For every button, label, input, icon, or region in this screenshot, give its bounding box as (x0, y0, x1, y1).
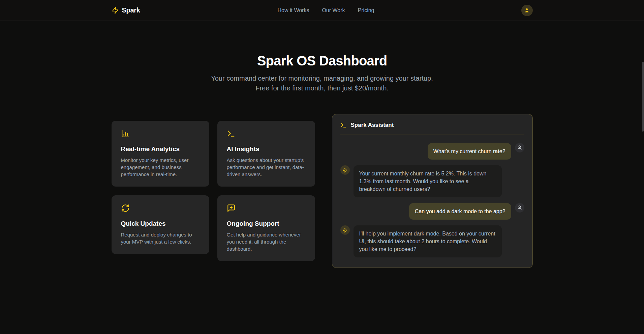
assistant-message-bubble: Your current monthly churn rate is 5.2%.… (354, 165, 502, 197)
message-square-plus-icon (227, 204, 236, 213)
brand-logo[interactable]: Spark (112, 6, 140, 14)
feature-card-ai-insights: AI Insights Ask questions about your sta… (217, 121, 315, 187)
hero-section: Spark OS Dashboard Your command center f… (0, 21, 644, 93)
user-chat-avatar (515, 143, 524, 152)
terminal-icon (227, 129, 236, 138)
assistant-title-row: Spark Assistant (340, 122, 524, 135)
chat-message-user: What's my current churn rate? (340, 143, 524, 160)
brand-name: Spark (122, 6, 140, 14)
page-subtitle: Your command center for monitoring, mana… (204, 74, 440, 93)
feature-description: Get help and guidance whenever you need … (227, 231, 306, 252)
navbar: Spark How it Works Our Work Pricing (0, 0, 644, 21)
assistant-title: Spark Assistant (351, 122, 394, 129)
chat-message-user: Can you add a dark mode to the app? (340, 203, 524, 220)
zap-icon (342, 168, 347, 173)
feature-description: Ask questions about your startup's perfo… (227, 157, 306, 178)
user-icon (517, 145, 522, 150)
user-message-bubble: Can you add a dark mode to the app? (409, 203, 511, 220)
feature-card-quick-updates: Quick Updates Request and deploy changes… (112, 195, 209, 254)
chat-messages: What's my current churn rate? Your curre… (332, 135, 532, 268)
nav-link-how-it-works[interactable]: How it Works (277, 7, 309, 13)
feature-title: Quick Updates (121, 220, 200, 227)
spark-assistant-panel: Spark Assistant What's my current churn … (332, 114, 533, 268)
zap-icon (112, 7, 119, 14)
content-row: Real-time Analytics Monitor your key met… (0, 114, 644, 268)
user-icon (517, 205, 522, 211)
feature-card-realtime-analytics: Real-time Analytics Monitor your key met… (112, 121, 209, 187)
nav-links: How it Works Our Work Pricing (277, 7, 374, 13)
feature-title: Ongoing Support (227, 220, 306, 227)
bar-chart-icon (121, 129, 130, 138)
user-chat-avatar (515, 203, 524, 213)
zap-icon (342, 228, 347, 233)
feature-description: Request and deploy changes to your MVP w… (121, 231, 200, 245)
page-scrollbar-thumb[interactable] (642, 62, 644, 132)
feature-description: Monitor your key metrics, user engagemen… (121, 157, 200, 178)
nav-link-pricing[interactable]: Pricing (358, 7, 374, 13)
page-title: Spark OS Dashboard (0, 53, 644, 68)
features-grid: Real-time Analytics Monitor your key met… (112, 121, 315, 261)
refresh-icon (121, 204, 130, 213)
chat-message-assistant: Your current monthly churn rate is 5.2%.… (340, 165, 524, 197)
assistant-message-bubble: I'll help you implement dark mode. Based… (354, 225, 502, 257)
user-icon (524, 7, 530, 13)
terminal-icon (340, 122, 347, 129)
feature-card-ongoing-support: Ongoing Support Get help and guidance wh… (217, 195, 315, 261)
chat-message-assistant: I'll help you implement dark mode. Based… (340, 225, 524, 257)
user-message-bubble: What's my current churn rate? (428, 143, 511, 160)
navbar-inner: Spark How it Works Our Work Pricing (112, 5, 533, 16)
feature-title: Real-time Analytics (121, 145, 200, 153)
nav-link-our-work[interactable]: Our Work (322, 7, 345, 13)
user-avatar-button[interactable] (521, 5, 533, 16)
assistant-chat-avatar (340, 225, 350, 235)
feature-title: AI Insights (227, 145, 306, 153)
assistant-header: Spark Assistant (332, 114, 532, 135)
assistant-chat-avatar (340, 165, 350, 175)
